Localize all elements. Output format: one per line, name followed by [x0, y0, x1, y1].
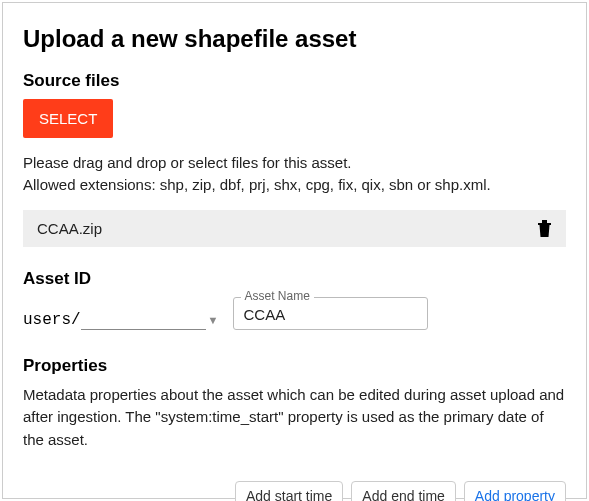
asset-name-label: Asset Name: [241, 289, 314, 303]
asset-name-field: Asset Name: [233, 297, 428, 330]
upload-shapefile-dialog: Upload a new shapefile asset Source file…: [2, 2, 587, 499]
add-property-button[interactable]: Add property: [464, 481, 566, 501]
file-row: CCAA.zip: [23, 210, 566, 247]
properties-button-row: Add start time Add end time Add property: [23, 481, 566, 501]
source-files-heading: Source files: [23, 71, 566, 91]
asset-id-heading: Asset ID: [23, 269, 566, 289]
asset-path-selector[interactable]: users/ ▼: [23, 310, 219, 330]
trash-icon[interactable]: [537, 220, 552, 237]
file-name: CCAA.zip: [37, 220, 102, 237]
asset-id-row: users/ ▼ Asset Name: [23, 297, 566, 330]
svg-rect-1: [542, 220, 547, 223]
hint-line-2: Allowed extensions: shp, zip, dbf, prj, …: [23, 176, 491, 193]
source-files-hint: Please drag and drop or select files for…: [23, 152, 566, 196]
hint-line-1: Please drag and drop or select files for…: [23, 154, 352, 171]
dialog-title: Upload a new shapefile asset: [23, 25, 566, 53]
add-end-time-button[interactable]: Add end time: [351, 481, 456, 501]
select-files-button[interactable]: SELECT: [23, 99, 113, 138]
properties-description: Metadata properties about the asset whic…: [23, 384, 566, 452]
chevron-down-icon[interactable]: ▼: [208, 314, 219, 326]
svg-rect-0: [538, 223, 551, 225]
properties-heading: Properties: [23, 356, 566, 376]
asset-path-input[interactable]: [81, 310, 206, 330]
asset-path-prefix: users/: [23, 311, 81, 329]
add-start-time-button[interactable]: Add start time: [235, 481, 343, 501]
